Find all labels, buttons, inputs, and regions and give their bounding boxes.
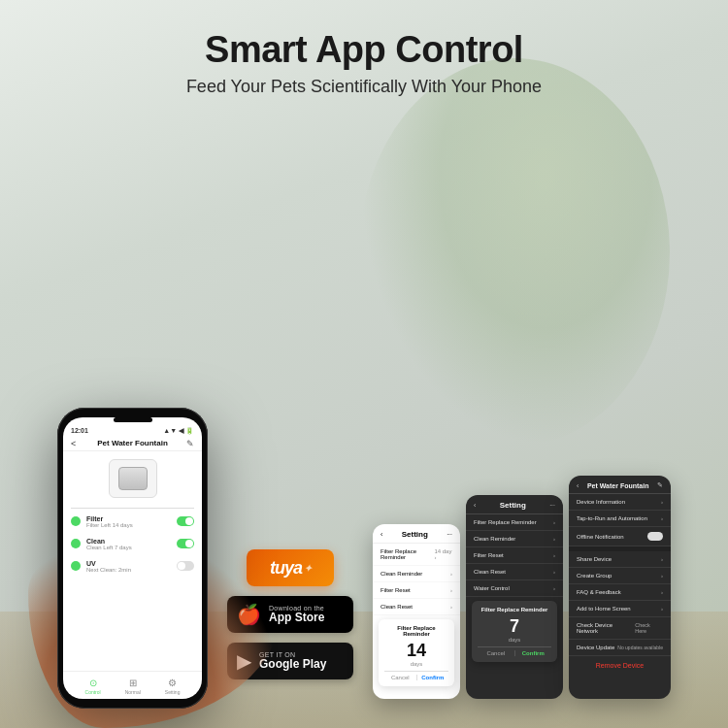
ss3-toggle-row: Offline Notification bbox=[569, 527, 671, 546]
ss2-row-4: Clean Reset › bbox=[466, 564, 563, 580]
ss1-row-3: Filter Reset › bbox=[373, 582, 460, 599]
ss2-dialog-title: Filter Replace Reminder bbox=[478, 607, 551, 612]
phone-mockup: 12:01 ▲▼ ◀ 🔋 < Pet Water Fountain ✎ bbox=[57, 408, 208, 709]
ss2-row-2: Clean Reminder › bbox=[466, 531, 563, 547]
clean-label: Clean bbox=[86, 538, 171, 545]
header: Smart App Control Feed Your Pets Scienti… bbox=[186, 0, 542, 107]
ss3-row-1: Device Information › bbox=[569, 494, 671, 511]
phone-title-bar: < Pet Water Fountain ✎ bbox=[63, 436, 202, 451]
nav-control[interactable]: ⊙ Control bbox=[85, 677, 101, 695]
ss3-row-5: FAQ & Feedback › bbox=[569, 584, 671, 601]
ss3-row-7: Check Device Network Check Here bbox=[569, 617, 671, 640]
app-screenshots: ‹ Setting ··· Filter Replace Reminder 14… bbox=[373, 476, 671, 699]
filter-dot bbox=[71, 516, 81, 526]
ss2-dialog-number: 7 bbox=[478, 616, 551, 637]
ss1-header: ‹ Setting ··· bbox=[373, 524, 460, 544]
ss1-row-1: Filter Replace Reminder 14 day › bbox=[373, 544, 460, 566]
ss2-dialog-unit: days bbox=[478, 637, 551, 643]
ss2-row-1: Filter Replace Reminder › bbox=[466, 514, 563, 531]
phone-edit-btn[interactable]: ✎ bbox=[186, 439, 194, 448]
ss2-header: ‹ Setting ··· bbox=[466, 495, 563, 514]
ss3-header: ‹ Pet Water Fountain ✎ bbox=[569, 476, 671, 494]
setting-icon: ⚙ bbox=[167, 677, 179, 688]
filter-item: Filter Filter Left 14 days bbox=[63, 511, 202, 533]
separator bbox=[71, 508, 194, 509]
ss2-row-5: Water Control › bbox=[466, 580, 563, 597]
ss3-title: Pet Water Fountain bbox=[587, 482, 649, 489]
clean-info: Clean Clean Left 7 days bbox=[86, 538, 171, 550]
fountain-icon bbox=[118, 467, 148, 490]
screenshot-2: ‹ Setting ··· Filter Replace Reminder › … bbox=[466, 495, 563, 699]
ss1-row-4: Clean Reset › bbox=[373, 599, 460, 615]
phone-device: 12:01 ▲▼ ◀ 🔋 < Pet Water Fountain ✎ bbox=[57, 408, 208, 709]
device-icon-container bbox=[109, 459, 157, 498]
ss2-back: ‹ bbox=[474, 502, 476, 509]
ss3-offline-label: Offline Notification bbox=[577, 534, 624, 540]
ss2-cancel-btn[interactable]: Cancel bbox=[478, 650, 514, 656]
normal-icon: ⊞ bbox=[127, 677, 139, 688]
uv-dot bbox=[71, 561, 81, 571]
main-title: Smart App Control bbox=[186, 29, 542, 71]
uv-item: UV Next Clean: 2min bbox=[63, 555, 202, 578]
ss3-row-3: Share Device › bbox=[569, 551, 671, 568]
ss1-dialog-buttons: Cancel Confirm bbox=[384, 671, 448, 680]
phone-screen: 12:01 ▲▼ ◀ 🔋 < Pet Water Fountain ✎ bbox=[63, 417, 202, 699]
nav-normal[interactable]: ⊞ Normal bbox=[125, 677, 141, 695]
ss1-confirm-btn[interactable]: Confirm bbox=[416, 675, 449, 680]
phone-device-image bbox=[63, 451, 202, 506]
google-play-text: GET IT ON Google Play bbox=[259, 651, 326, 671]
uv-sub: Next Clean: 2min bbox=[86, 567, 171, 573]
phone-notch bbox=[114, 417, 152, 422]
screenshot-1: ‹ Setting ··· Filter Replace Reminder 14… bbox=[373, 524, 460, 699]
ss1-cancel-btn[interactable]: Cancel bbox=[384, 675, 416, 680]
filter-sub: Filter Left 14 days bbox=[86, 522, 171, 528]
ss1-title: Setting bbox=[402, 530, 428, 539]
filter-info: Filter Filter Left 14 days bbox=[86, 515, 171, 528]
filter-toggle[interactable] bbox=[177, 516, 194, 526]
phone-status-bar: 12:01 ▲▼ ◀ 🔋 bbox=[63, 424, 202, 436]
ss2-dialog-buttons: Cancel Confirm bbox=[478, 646, 551, 656]
ss1-dialog-title: Filter Replace Reminder bbox=[384, 625, 448, 637]
uv-label: UV bbox=[86, 560, 171, 567]
ss3-back: ‹ bbox=[577, 482, 579, 489]
phone-time: 12:01 bbox=[71, 427, 88, 435]
ss2-title: Setting bbox=[500, 501, 526, 510]
ss1-back: ‹ bbox=[381, 531, 382, 538]
subtitle: Feed Your Pets Scientifically With Your … bbox=[186, 77, 542, 97]
uv-info: UV Next Clean: 2min bbox=[86, 560, 171, 573]
ss3-row-2: Tap-to-Run and Automation › bbox=[569, 511, 671, 527]
filter-label: Filter bbox=[86, 515, 171, 522]
ss1-row-2: Clean Reminder › bbox=[373, 566, 460, 582]
ss1-icons: ··· bbox=[447, 531, 452, 538]
uv-toggle[interactable] bbox=[177, 561, 194, 571]
offline-toggle[interactable] bbox=[647, 532, 663, 541]
remove-device-btn[interactable]: Remove Device bbox=[569, 656, 671, 675]
ss1-dialog: Filter Replace Reminder 14 days Cancel C… bbox=[379, 619, 454, 686]
phone-back-btn[interactable]: < bbox=[71, 439, 76, 448]
clean-item: Clean Clean Left 7 days bbox=[63, 533, 202, 555]
clean-sub: Clean Left 7 days bbox=[86, 545, 171, 550]
phone-bottom-nav: ⊙ Control ⊞ Normal ⚙ Setting bbox=[63, 671, 202, 699]
ss2-dialog: Filter Replace Reminder 7 days Cancel Co… bbox=[472, 601, 557, 662]
ss3-row-8: Device Update No updates available bbox=[569, 640, 671, 656]
nav-setting[interactable]: ⚙ Setting bbox=[165, 677, 181, 695]
ss1-dialog-number: 14 bbox=[384, 641, 448, 661]
ss3-row-6: Add to Home Screen › bbox=[569, 601, 671, 617]
google-play-label: Google Play bbox=[259, 658, 326, 671]
phone-indicators: ▲▼ ◀ 🔋 bbox=[163, 427, 194, 435]
clean-toggle[interactable] bbox=[177, 539, 194, 548]
ss3-icons: ✎ bbox=[657, 481, 663, 489]
ss2-confirm-btn[interactable]: Confirm bbox=[514, 650, 552, 656]
clean-dot bbox=[71, 539, 81, 548]
control-icon: ⊙ bbox=[87, 677, 99, 688]
ss2-row-3: Filter Reset › bbox=[466, 547, 563, 564]
screenshot-3: ‹ Pet Water Fountain ✎ Device Informatio… bbox=[569, 476, 671, 699]
ss2-icons: ··· bbox=[549, 502, 555, 509]
page-content: Smart App Control Feed Your Pets Scienti… bbox=[0, 0, 728, 728]
phone-screen-title: Pet Water Fountain bbox=[97, 439, 168, 447]
main-area: 12:01 ▲▼ ◀ 🔋 < Pet Water Fountain ✎ bbox=[0, 107, 728, 728]
ss3-row-4: Create Group › bbox=[569, 568, 671, 584]
ss1-dialog-unit: days bbox=[384, 661, 448, 667]
